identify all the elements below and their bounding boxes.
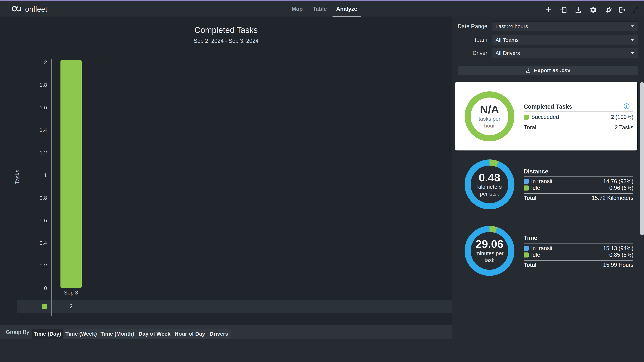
group-by-time-month[interactable]: Time (Month) xyxy=(99,328,136,339)
tab-table[interactable]: Table xyxy=(313,6,327,12)
logo-wordmark: onfleet xyxy=(25,5,47,13)
date-range-value: Last 24 hours xyxy=(496,23,528,30)
total-value: 15.72 Kilometers xyxy=(524,195,634,201)
group-by-time-day[interactable]: Time (Day) xyxy=(32,328,63,339)
metric-unit: tasks per xyxy=(478,116,500,122)
card-completed-tasks[interactable]: N/A tasks per hour Completed Tasks Succe… xyxy=(455,82,637,150)
driver-label: Driver xyxy=(440,50,487,56)
panel-divider xyxy=(452,17,452,339)
export-csv-button[interactable]: Export as .csv xyxy=(458,66,638,75)
y-axis-tick: 0 xyxy=(20,285,47,291)
y-axis-line xyxy=(51,59,52,316)
y-axis-tick: 1.4 xyxy=(20,127,47,133)
add-icon[interactable] xyxy=(544,6,553,14)
row-value-idle: 0.96 (6%) xyxy=(524,185,634,191)
group-by-drivers[interactable]: Drivers xyxy=(207,328,231,339)
metric-unit: per task xyxy=(480,190,499,197)
import-tasks-icon[interactable] xyxy=(559,6,568,14)
settings-icon[interactable] xyxy=(589,6,598,14)
y-axis-tick: 1.2 xyxy=(20,150,47,156)
top-navigation-bar: onfleet Map Table Analyze xyxy=(0,1,644,17)
chevron-down-icon xyxy=(631,25,634,27)
y-axis-tick: 0.2 xyxy=(20,262,47,269)
row-value-in-transit: 15.13 (94%) xyxy=(524,245,634,252)
card-title: Completed Tasks xyxy=(524,103,572,110)
driver-select[interactable]: All Drivers xyxy=(492,48,638,58)
row-value-in-transit: 14.76 (93%) xyxy=(524,178,634,185)
total-value: 15.99 Hours xyxy=(524,262,634,268)
y-axis-tick: 2 xyxy=(20,59,47,65)
y-axis-tick: 1.8 xyxy=(20,82,47,88)
tab-map[interactable]: Map xyxy=(292,6,303,12)
y-axis-label: Tasks xyxy=(14,170,21,184)
sidebar-divider xyxy=(458,62,642,62)
driver-value: All Drivers xyxy=(496,50,520,56)
chart-legend-row xyxy=(17,300,452,313)
infinity-logo-icon xyxy=(11,5,22,14)
bar-sep3-succeeded[interactable] xyxy=(60,60,82,288)
y-axis-tick: 1 xyxy=(20,172,47,178)
card-title-time: Time xyxy=(524,234,537,241)
tab-analyze[interactable]: Analyze xyxy=(336,6,357,12)
metric-km-per-task: 0.48 xyxy=(479,172,500,184)
y-axis-tick: 0.4 xyxy=(20,240,47,246)
x-axis-tick: Sep 3 xyxy=(64,290,78,296)
onfleet-logo: onfleet xyxy=(11,5,47,14)
download-icon[interactable] xyxy=(574,6,582,14)
group-by-day-of-week[interactable]: Day of Week xyxy=(136,328,173,339)
metric-unit: minutes per xyxy=(476,250,504,257)
team-value: All Teams xyxy=(496,37,519,43)
sign-out-icon[interactable] xyxy=(618,6,626,14)
export-csv-label: Export as .csv xyxy=(534,67,570,74)
chart-subtitle: Sep 2, 2024 - Sep 3, 2024 xyxy=(0,38,452,44)
card-title-distance: Distance xyxy=(524,168,548,175)
metric-unit: kilometers xyxy=(477,184,502,190)
metric-unit: task xyxy=(484,257,494,264)
group-by-time-week[interactable]: Time (Week) xyxy=(64,328,98,339)
team-label: Team xyxy=(440,37,487,43)
legend-value: 2 xyxy=(70,303,72,310)
legend-swatch-succeeded xyxy=(42,304,47,309)
chevron-down-icon xyxy=(631,39,634,41)
integrations-icon[interactable] xyxy=(604,6,613,14)
chevron-down-icon xyxy=(631,52,634,54)
info-icon[interactable] xyxy=(623,103,630,110)
group-by-segmented-control: Time (Day) Time (Week) Time (Month) Day … xyxy=(32,328,231,339)
download-icon xyxy=(526,68,531,73)
row-value-succeeded: 2 (100%) xyxy=(524,114,634,120)
y-axis-tick: 0.8 xyxy=(20,195,47,201)
chart-title: Completed Tasks xyxy=(0,25,452,35)
date-range-label: Date Range xyxy=(440,23,487,30)
scrollbar-thumb[interactable] xyxy=(640,82,644,235)
metric-unit: hour xyxy=(484,122,495,129)
row-value-idle: 0.85 (5%) xyxy=(524,252,634,258)
group-by-label: Group By xyxy=(6,329,29,335)
metric-tasks-per-hour: N/A xyxy=(480,104,499,116)
expand-icon[interactable] xyxy=(632,6,640,14)
date-range-select[interactable]: Last 24 hours xyxy=(492,21,638,31)
analyze-page: onfleet Map Table Analyze xyxy=(0,0,644,362)
team-select[interactable]: All Teams xyxy=(492,35,638,45)
total-value: 2 Tasks xyxy=(524,124,634,131)
y-axis-tick: 1.6 xyxy=(20,105,47,111)
group-by-hour-of-day[interactable]: Hour of Day xyxy=(173,328,206,339)
y-axis-tick: 0.6 xyxy=(20,217,47,224)
metric-min-per-task: 29.06 xyxy=(476,238,503,250)
